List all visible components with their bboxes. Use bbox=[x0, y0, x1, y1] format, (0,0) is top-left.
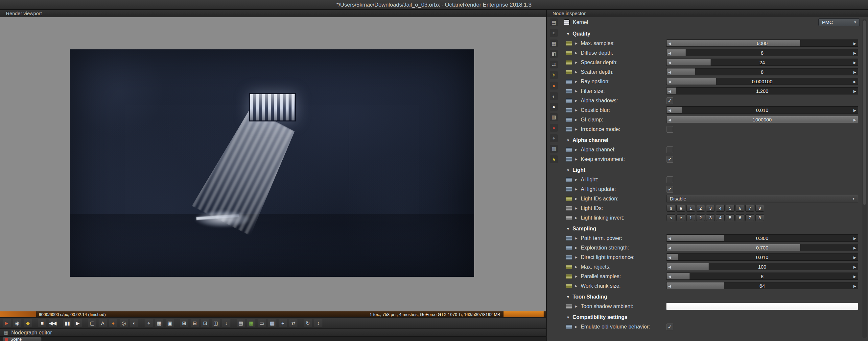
slider-increment-icon[interactable]: ▶ bbox=[854, 41, 856, 46]
save-image-icon[interactable]: ↓ bbox=[222, 319, 230, 327]
param-control-diffuse-depth[interactable]: ◀8▶ bbox=[666, 49, 858, 57]
collapse-icon[interactable]: ▼ bbox=[566, 168, 570, 172]
kernel-type-dropdown[interactable]: PMC ▼ bbox=[818, 19, 860, 26]
zoom-out-icon[interactable]: ⊟ bbox=[191, 319, 199, 327]
realtime-toggle-icon[interactable]: ▢ bbox=[88, 319, 96, 327]
collapse-icon[interactable]: ▼ bbox=[566, 295, 570, 299]
light-id-button-e[interactable]: e bbox=[676, 214, 685, 221]
light-id-button-s[interactable]: s bbox=[666, 205, 675, 211]
param-control-ray-epsilon[interactable]: ◀0.000100▶ bbox=[666, 77, 858, 86]
checkbox-emulate-old-volume-behavior[interactable]: ✓ bbox=[666, 323, 673, 330]
expand-icon[interactable]: ▶ bbox=[575, 187, 579, 191]
param-control-direct-light-importance[interactable]: ◀0.010▶ bbox=[666, 253, 858, 261]
roughness-icon[interactable]: ▨ bbox=[550, 113, 558, 121]
node-pin-icon[interactable] bbox=[566, 147, 572, 152]
light-id-button-1[interactable]: 1 bbox=[686, 205, 695, 211]
expand-icon[interactable]: ▶ bbox=[575, 148, 579, 151]
light-id-button-3[interactable]: 3 bbox=[706, 205, 715, 211]
node-pin-icon[interactable] bbox=[566, 187, 572, 192]
expand-icon[interactable]: ▶ bbox=[575, 41, 579, 45]
projection-icon[interactable]: ◧ bbox=[550, 50, 558, 58]
collapse-icon[interactable]: ▼ bbox=[566, 32, 570, 36]
expand-icon[interactable]: ▶ bbox=[575, 236, 579, 240]
node-pin-icon[interactable] bbox=[566, 177, 572, 182]
node-pin-icon[interactable] bbox=[566, 216, 572, 220]
copy-image-icon[interactable]: ◫ bbox=[212, 319, 220, 327]
expand-icon[interactable]: ▶ bbox=[575, 265, 579, 268]
paint-tool-icon[interactable]: ◆ bbox=[24, 319, 32, 327]
displacement-icon[interactable]: ≈ bbox=[550, 29, 558, 37]
section-header-quality[interactable]: ▼Quality bbox=[561, 29, 868, 38]
tab-scene[interactable]: Scene bbox=[3, 337, 41, 341]
slider-increment-icon[interactable]: ▶ bbox=[854, 236, 856, 240]
render-viewport-header[interactable]: Render viewport bbox=[0, 10, 546, 17]
collapse-icon[interactable]: ▼ bbox=[566, 138, 570, 142]
slider-increment-icon[interactable]: ▶ bbox=[854, 117, 856, 122]
light-id-button-5[interactable]: 5 bbox=[726, 205, 735, 211]
export-image-icon[interactable]: ▤ bbox=[237, 319, 245, 327]
param-control-path-term-power[interactable]: ◀0.300▶ bbox=[666, 234, 858, 242]
window-title-bar[interactable]: */Users/5kmac/Downloads/Jail_o_03.orbx -… bbox=[0, 0, 868, 9]
expand-icon[interactable]: ▶ bbox=[575, 197, 579, 200]
move-camera-icon[interactable]: ⇄ bbox=[289, 319, 298, 327]
expand-icon[interactable]: ▶ bbox=[575, 275, 579, 278]
node-pin-icon[interactable] bbox=[566, 284, 572, 288]
material-ball-icon[interactable]: ● bbox=[550, 124, 558, 132]
node-pin-icon[interactable] bbox=[566, 89, 572, 93]
param-control-parallel-samples[interactable]: ◀8▶ bbox=[666, 272, 858, 280]
light-id-button-s[interactable]: s bbox=[666, 214, 675, 221]
slider-increment-icon[interactable]: ▶ bbox=[854, 265, 856, 269]
clay-mode-icon[interactable]: ● bbox=[109, 319, 117, 327]
light-id-button-2[interactable]: 2 bbox=[696, 205, 705, 211]
expand-icon[interactable]: ▶ bbox=[575, 206, 579, 210]
inspector-scrollbar[interactable] bbox=[862, 19, 867, 338]
light-id-button-8[interactable]: 8 bbox=[755, 205, 764, 211]
slider-increment-icon[interactable]: ▶ bbox=[854, 51, 856, 55]
pause-render-icon[interactable]: ▮▮ bbox=[63, 319, 71, 327]
section-header-alpha-channel[interactable]: ▼Alpha channel bbox=[561, 135, 868, 145]
expand-icon[interactable]: ▶ bbox=[575, 61, 579, 64]
slider-increment-icon[interactable]: ▶ bbox=[854, 274, 856, 279]
expand-icon[interactable]: ▶ bbox=[575, 127, 579, 131]
light-id-button-5[interactable]: 5 bbox=[726, 214, 735, 221]
section-header-light[interactable]: ▼Light bbox=[561, 165, 868, 175]
clipboard-icon[interactable]: ▭ bbox=[258, 319, 266, 327]
light-id-button-3[interactable]: 3 bbox=[706, 214, 715, 221]
checkbox-ai-light[interactable] bbox=[666, 176, 673, 183]
geometry-icon[interactable]: ▤ bbox=[550, 19, 558, 26]
expand-icon[interactable]: ▶ bbox=[575, 118, 579, 121]
node-pin-icon[interactable] bbox=[566, 108, 572, 113]
slider-increment-icon[interactable]: ▶ bbox=[854, 255, 856, 259]
render-image[interactable] bbox=[70, 49, 474, 277]
node-pin-icon[interactable] bbox=[566, 117, 572, 122]
stop-render-icon[interactable]: ■ bbox=[38, 319, 46, 327]
light-id-button-6[interactable]: 6 bbox=[736, 205, 744, 211]
section-header-toon-shading[interactable]: ▼Toon Shading bbox=[561, 292, 868, 302]
expand-icon[interactable]: ▶ bbox=[575, 284, 579, 288]
material-icon[interactable]: ● bbox=[550, 103, 558, 111]
expand-icon[interactable]: ▶ bbox=[575, 255, 579, 259]
zoom-in-icon[interactable]: ⊞ bbox=[180, 319, 188, 327]
wireframe-icon[interactable]: ◎ bbox=[120, 319, 128, 327]
slider-increment-icon[interactable]: ▶ bbox=[854, 79, 856, 84]
checkbox-ai-light-update[interactable]: ✓ bbox=[666, 186, 673, 193]
param-control-scatter-depth[interactable]: ◀8▶ bbox=[666, 68, 858, 76]
render-viewport-canvas[interactable] bbox=[0, 17, 546, 311]
param-control-work-chunk-size[interactable]: ◀64▶ bbox=[666, 282, 858, 290]
actual-size-icon[interactable]: ⊡ bbox=[201, 319, 209, 327]
fit-view-icon[interactable]: ↕ bbox=[314, 319, 322, 327]
light-id-button-4[interactable]: 4 bbox=[716, 205, 725, 211]
camera-icon[interactable]: ⌖ bbox=[550, 134, 558, 142]
light-id-button-7[interactable]: 7 bbox=[745, 205, 754, 211]
slider-increment-icon[interactable]: ▶ bbox=[854, 89, 856, 93]
expand-icon[interactable]: ▶ bbox=[575, 89, 579, 93]
expand-icon[interactable]: ▶ bbox=[575, 216, 579, 220]
refresh-icon[interactable]: ↻ bbox=[304, 319, 312, 327]
expand-icon[interactable]: ▶ bbox=[575, 80, 579, 83]
node-pin-icon[interactable] bbox=[566, 304, 572, 309]
environment-icon[interactable]: ▩ bbox=[550, 145, 558, 153]
render-passes-icon[interactable]: ▦ bbox=[247, 319, 255, 327]
expand-icon[interactable]: ▶ bbox=[575, 305, 579, 308]
pick-tool-icon[interactable]: ► bbox=[3, 319, 11, 327]
nodegraph-editor-header[interactable]: ▦ Nodegraph editor bbox=[0, 329, 546, 336]
